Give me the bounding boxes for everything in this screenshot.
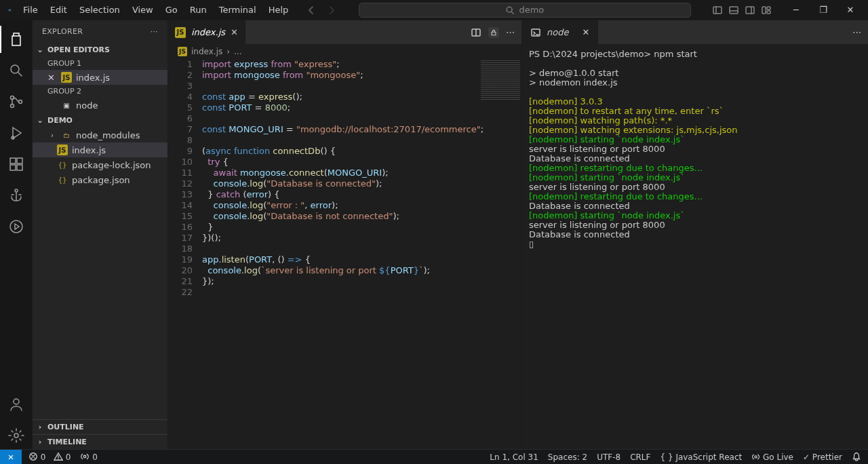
open-editor-node[interactable]: ▣ node — [33, 98, 167, 113]
vscode-icon — [4, 5, 15, 16]
timeline-section[interactable]: ›TIMELINE — [33, 434, 167, 449]
svg-rect-5 — [767, 7, 770, 9]
activity-scm[interactable] — [0, 88, 33, 115]
nav-forward-icon[interactable] — [326, 5, 337, 16]
svg-rect-21 — [492, 32, 496, 35]
status-encoding[interactable]: UTF-8 — [597, 452, 620, 462]
svg-rect-6 — [767, 11, 770, 14]
breadcrumbs[interactable]: JS index.js › ... — [168, 44, 521, 59]
terminal-output[interactable]: PS D:\2024 projects\demo> npm start > de… — [522, 44, 868, 449]
activity-run[interactable] — [0, 213, 33, 240]
code-editor[interactable]: 12345678910111213141516171819202122 impo… — [168, 59, 521, 449]
status-prettier[interactable]: ✓ Prettier — [803, 452, 842, 462]
menu-edit[interactable]: Edit — [45, 2, 73, 18]
status-cursor[interactable]: Ln 1, Col 31 — [490, 452, 538, 462]
svg-point-25 — [755, 455, 757, 457]
status-notifications-icon[interactable] — [852, 452, 861, 462]
status-indent[interactable]: Spaces: 2 — [548, 452, 587, 462]
status-ports[interactable]: 0 — [80, 452, 97, 462]
activity-settings[interactable] — [0, 422, 33, 449]
line-gutter: 12345678910111213141516171819202122 — [168, 59, 202, 449]
file-package-lock[interactable]: {} package-lock.json — [33, 157, 167, 172]
terminal-more-icon[interactable]: ⋯ — [852, 27, 861, 37]
activity-account[interactable] — [0, 391, 33, 418]
layout-panel-icon[interactable] — [728, 5, 739, 16]
status-eol[interactable]: CRLF — [630, 452, 650, 462]
activity-search[interactable] — [0, 57, 33, 84]
status-language[interactable]: { } JavaScript React — [660, 452, 742, 462]
status-problems[interactable]: 0 0 — [28, 452, 71, 462]
layout-sidebar-right-icon[interactable] — [745, 5, 755, 16]
explorer-sidebar: EXPLORER ⋯ ⌄OPEN EDITORS GROUP 1 ✕ JS in… — [33, 20, 168, 449]
window-maximize[interactable]: ❐ — [810, 5, 837, 15]
menu-file[interactable]: File — [18, 2, 43, 18]
open-editor-indexjs[interactable]: ✕ JS index.js — [33, 70, 167, 85]
activity-anchor[interactable] — [0, 182, 33, 209]
editor-group-1: JS index.js ✕ ⋯ JS index.js › ... 123456… — [168, 20, 522, 449]
status-bar: 0 0 0 Ln 1, Col 31 Spaces: 2 UTF-8 CRLF … — [0, 449, 868, 464]
svg-rect-4 — [762, 7, 766, 14]
remote-button[interactable] — [0, 450, 22, 464]
svg-rect-13 — [10, 165, 16, 170]
js-file-icon: JS — [61, 72, 72, 83]
svg-rect-3 — [746, 7, 754, 14]
layout-sidebar-left-icon[interactable] — [712, 5, 723, 16]
json-file-icon: {} — [57, 174, 68, 185]
outline-section[interactable]: ›OUTLINE — [33, 419, 167, 434]
editor-group-2: node ✕ ⋯ PS D:\2024 projects\demo> npm s… — [522, 20, 868, 449]
tab-close-icon[interactable]: ✕ — [582, 27, 589, 37]
group-2-label: GROUP 2 — [33, 85, 167, 98]
menu-run[interactable]: Run — [184, 2, 212, 18]
search-text: demo — [519, 5, 544, 15]
file-indexjs[interactable]: JS index.js — [33, 142, 167, 157]
app-menu: FileEditSelectionViewGoRunTerminalHelp — [18, 2, 294, 18]
lock-group-icon[interactable] — [488, 27, 499, 38]
title-bar: FileEditSelectionViewGoRunTerminalHelp d… — [0, 0, 868, 20]
menu-selection[interactable]: Selection — [74, 2, 125, 18]
svg-rect-1 — [713, 7, 722, 14]
window-close[interactable]: ✕ — [837, 5, 864, 15]
svg-point-17 — [10, 220, 22, 233]
js-file-icon: JS — [175, 27, 186, 38]
svg-rect-14 — [17, 165, 22, 170]
svg-point-0 — [507, 7, 513, 12]
status-golive[interactable]: Go Live — [751, 452, 793, 462]
folder-node-modules[interactable]: › 🗀 node_modules — [33, 128, 167, 142]
file-package-json[interactable]: {} package.json — [33, 172, 167, 187]
command-center[interactable]: demo — [359, 3, 691, 18]
minimap[interactable] — [481, 60, 520, 101]
folder-icon: 🗀 — [61, 130, 72, 140]
editor-more-icon[interactable]: ⋯ — [506, 27, 515, 37]
activity-extensions[interactable] — [0, 151, 33, 178]
open-editors-section[interactable]: ⌄OPEN EDITORS — [33, 42, 167, 57]
close-icon[interactable]: ✕ — [47, 73, 57, 83]
svg-rect-12 — [10, 158, 16, 163]
svg-rect-2 — [730, 7, 738, 14]
svg-point-18 — [14, 399, 19, 404]
svg-point-19 — [14, 433, 18, 438]
tab-node-terminal[interactable]: node ✕ — [522, 20, 598, 44]
code-content[interactable]: import express from "express";import mon… — [202, 59, 521, 449]
project-section[interactable]: ⌄DEMO — [33, 113, 167, 128]
js-file-icon: JS — [178, 47, 187, 56]
window-minimize[interactable]: ─ — [783, 5, 810, 15]
menu-go[interactable]: Go — [160, 2, 183, 18]
terminal-icon — [530, 27, 541, 38]
activity-explorer[interactable] — [0, 26, 33, 53]
explorer-more-icon[interactable]: ⋯ — [151, 27, 158, 36]
layout-customize-icon[interactable] — [761, 5, 772, 16]
terminal-tabs: node ✕ ⋯ — [522, 20, 868, 44]
terminal-icon: ▣ — [61, 100, 72, 111]
menu-help[interactable]: Help — [263, 2, 294, 18]
tab-indexjs[interactable]: JS index.js ✕ — [168, 20, 245, 44]
group-1-label: GROUP 1 — [33, 57, 167, 70]
menu-view[interactable]: View — [127, 2, 159, 18]
activity-bar — [0, 20, 33, 449]
split-editor-icon[interactable] — [471, 27, 481, 38]
nav-back-icon[interactable] — [306, 5, 317, 16]
menu-terminal[interactable]: Terminal — [214, 2, 262, 18]
tab-close-icon[interactable]: ✕ — [231, 27, 238, 37]
svg-rect-15 — [17, 158, 22, 163]
editor-tabs: JS index.js ✕ ⋯ — [168, 20, 521, 44]
activity-debug[interactable] — [0, 119, 33, 147]
